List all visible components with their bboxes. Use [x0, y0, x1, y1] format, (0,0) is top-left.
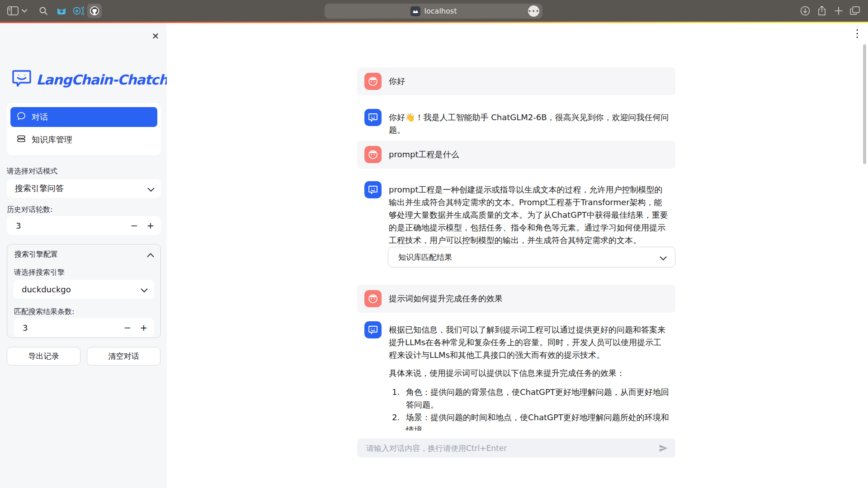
downloads-button[interactable] — [800, 0, 810, 22]
history-rounds-input[interactable]: 3 − + — [7, 216, 161, 235]
dialogue-mode-value: 搜索引擎问答 — [15, 183, 64, 194]
result-count-value: 3 — [23, 323, 28, 333]
search-button[interactable] — [39, 0, 48, 22]
extension-cat-button[interactable] — [56, 0, 67, 22]
send-icon[interactable] — [658, 443, 668, 453]
logo-text: LangChain-Chatchat — [36, 72, 183, 88]
export-records-button[interactable]: 导出记录 — [7, 347, 80, 366]
chevron-up-icon — [147, 251, 154, 259]
circles-star-extension-icon — [72, 6, 84, 16]
message-text: prompt工程是一种创建提示或指导以生成文本的过程，允许用户控制模型的输出并生… — [389, 181, 669, 247]
increment-button[interactable]: + — [143, 216, 158, 235]
sidebar-toggle-icon — [7, 6, 19, 15]
chat-input-footer — [167, 431, 868, 488]
app-menu-button[interactable]: ⋮ — [852, 28, 863, 39]
decrement-button[interactable]: − — [127, 216, 142, 235]
cat-download-extension-icon — [56, 5, 67, 16]
search-icon — [39, 6, 48, 15]
browser-toolbar: localhost ••• — [0, 0, 868, 22]
chat-message-user: 你好 — [357, 67, 675, 95]
sidebar-toggle-button[interactable] — [7, 0, 19, 22]
chat-message-assistant: 你好👋！我是人工智能助手 ChatGLM2-6B，很高兴见到你，欢迎问我任何问题… — [357, 109, 675, 136]
search-engine-config-expander: 搜索引擎配置 请选择搜索引擎 duckduckgo 匹配搜索结果条数: 3 − … — [7, 244, 161, 338]
user-avatar — [364, 73, 382, 90]
chevron-down-icon — [660, 253, 667, 263]
message-paragraph: 具体来说，使用提示词可以提供以下信息来提升完成任务的效果： — [389, 367, 669, 380]
chat-input-box[interactable] — [357, 438, 675, 458]
result-count-label: 匹配搜索结果条数: — [14, 307, 74, 317]
plus-icon — [835, 7, 843, 15]
assistant-avatar — [364, 321, 382, 338]
expander-header[interactable]: 搜索引擎配置 — [7, 244, 160, 264]
close-icon: ✕ — [152, 31, 160, 42]
new-tab-button[interactable] — [835, 0, 843, 22]
chat-input[interactable] — [366, 444, 652, 453]
increment-button[interactable]: + — [136, 318, 151, 337]
tabs-icon — [850, 6, 860, 15]
chat-message-user: prompt工程是什么 — [357, 141, 675, 169]
result-count-input[interactable]: 3 − + — [14, 318, 154, 337]
site-favicon — [410, 6, 420, 16]
url-text: localhost — [425, 7, 457, 15]
logo-chat-icon — [12, 69, 32, 90]
nav-menu: 对话 知识库管理 — [7, 103, 161, 155]
history-rounds-label: 历史对话轮数: — [7, 205, 52, 215]
nav-item-knowledge-base[interactable]: 知识库管理 — [10, 130, 157, 150]
share-icon — [817, 5, 826, 16]
extension-github-button[interactable] — [87, 0, 102, 22]
kb-expander-label: 知识库匹配结果 — [398, 252, 452, 263]
nav-item-dialogue[interactable]: 对话 — [10, 107, 157, 127]
message-text: 你好👋！我是人工智能助手 ChatGLM2-6B，很高兴见到你，欢迎问我任何问题… — [389, 109, 669, 136]
decrement-button[interactable]: − — [120, 318, 135, 337]
sidebar-chevron-button[interactable] — [22, 0, 27, 22]
dialogue-mode-select[interactable]: 搜索引擎问答 — [7, 179, 161, 198]
user-avatar — [364, 290, 382, 307]
app-logo: LangChain-Chatchat — [12, 69, 183, 90]
search-engine-label: 请选择搜索引擎 — [14, 268, 65, 277]
share-button[interactable] — [817, 0, 826, 22]
dialogue-mode-label: 请选择对话模式 — [7, 167, 57, 176]
chat-main: ⋮ 你好 — [167, 23, 868, 488]
sidebar-close-button[interactable]: ✕ — [149, 30, 162, 42]
message-text: 你好 — [389, 75, 405, 88]
sidebar: ✕ LangChain-Chatchat 对话 — [0, 23, 167, 488]
extension-circles-button[interactable] — [72, 0, 84, 22]
history-rounds-value: 3 — [16, 221, 21, 230]
message-text: prompt工程是什么 — [389, 148, 459, 161]
github-icon — [87, 4, 102, 18]
nav-item-label: 对话 — [32, 112, 48, 122]
page-settings-button[interactable]: ••• — [528, 5, 539, 17]
assistant-avatar — [364, 181, 382, 198]
search-engine-select[interactable]: duckduckgo — [14, 280, 154, 299]
message-paragraph: 根据已知信息，我们可以了解到提示词工程可以通过提供更好的问题和答案来提升LLMs… — [389, 324, 669, 361]
chevron-down-icon — [22, 9, 27, 13]
user-avatar — [364, 146, 382, 163]
chevron-down-icon — [147, 184, 155, 194]
page: localhost ••• ✕ — [0, 0, 868, 488]
address-bar[interactable]: localhost ••• — [325, 4, 542, 19]
assistant-avatar — [364, 109, 382, 126]
download-icon — [800, 6, 810, 16]
chat-message-user: 提示词如何提升完成任务的效果 — [357, 285, 675, 313]
database-icon — [17, 134, 26, 145]
search-engine-value: duckduckgo — [22, 285, 71, 294]
tab-overview-button[interactable] — [850, 0, 860, 22]
scrollbar-thumb[interactable] — [863, 44, 866, 164]
expander-title: 搜索引擎配置 — [14, 250, 58, 259]
kb-match-results-expander[interactable]: 知识库匹配结果 — [388, 247, 675, 267]
chat-bubble-icon — [17, 112, 26, 122]
chat-message-assistant: prompt工程是一种创建提示或指导以生成文本的过程，允许用户控制模型的输出并生… — [357, 181, 675, 247]
nav-item-label: 知识库管理 — [32, 134, 72, 145]
list-item: 角色：提供问题的背景信息，使ChatGPT更好地理解问题，从而更好地回答问题。 — [402, 386, 669, 411]
chevron-down-icon — [141, 285, 148, 295]
clear-dialogue-button[interactable]: 清空对话 — [87, 347, 160, 366]
message-text: 提示词如何提升完成任务的效果 — [389, 292, 503, 305]
